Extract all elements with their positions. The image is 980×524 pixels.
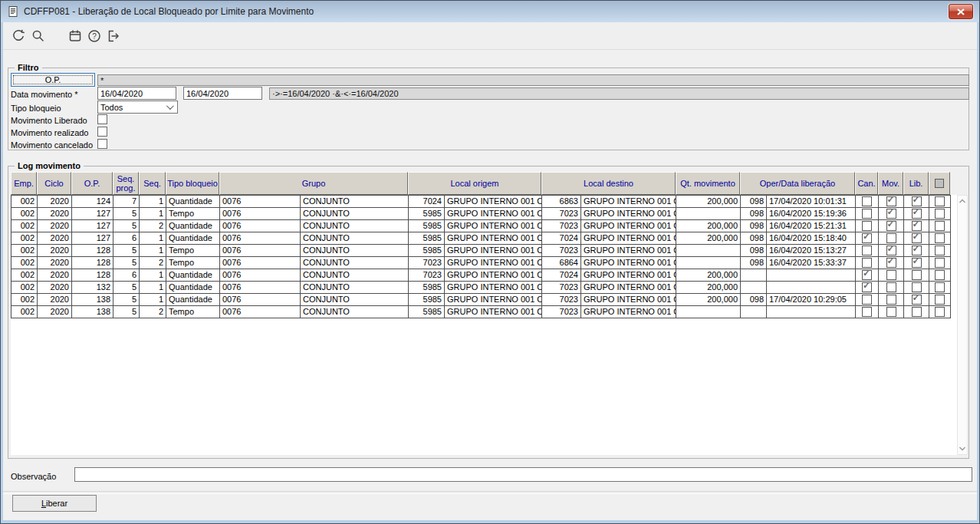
col-header-can[interactable]: Can.	[855, 172, 878, 195]
cell-tipo-bloqueio: Tempo	[166, 245, 220, 256]
table-row[interactable]: 002 2020 127 6 1 Quantidade 0076 CONJUNT…	[12, 232, 951, 245]
table-header: Emp. Ciclo O.P. Seq. prog. Seq. Tipo blo…	[11, 172, 950, 195]
destino-desc: GRUPO INTERNO 001 CO	[580, 208, 676, 219]
date-to-input[interactable]	[183, 87, 262, 100]
oper-code: 098	[741, 294, 766, 305]
data-liberacao	[766, 306, 855, 318]
select-row-checkbox[interactable]	[935, 282, 945, 292]
cell-local-origem: 5985 GRUPO INTERNO 001 CO	[409, 220, 542, 232]
select-row-checkbox[interactable]	[935, 258, 945, 268]
cell-qt-movimento: 200,000	[676, 232, 741, 244]
cell-grupo: 0076 CONJUNTO	[220, 282, 409, 293]
grupo-desc: CONJUNTO	[300, 294, 408, 305]
table-row[interactable]: 002 2020 138 5 2 Tempo 0076 CONJUNTO 598…	[12, 306, 951, 318]
grupo-desc: CONJUNTO	[300, 282, 408, 293]
table-row[interactable]: 002 2020 138 5 1 Quantidade 0076 CONJUNT…	[12, 294, 951, 306]
table-row[interactable]: 002 2020 132 5 1 Quantidade 0076 CONJUNT…	[12, 282, 951, 294]
cell-seq-prog: 5	[113, 245, 140, 256]
select-row-checkbox[interactable]	[935, 295, 945, 305]
col-header-grupo[interactable]: Grupo	[219, 172, 408, 195]
select-row-checkbox[interactable]	[935, 307, 945, 317]
table-row[interactable]: 002 2020 124 7 1 Quantidade 0076 CONJUNT…	[12, 196, 951, 208]
calendar-icon[interactable]	[67, 28, 83, 44]
cell-local-destino: 7023 GRUPO INTERNO 001 CO	[542, 208, 676, 219]
cell-can	[856, 269, 879, 281]
select-row-checkbox[interactable]	[935, 209, 945, 219]
cell-tipo-bloqueio: Quantidade	[166, 269, 220, 281]
close-button[interactable]	[949, 4, 973, 19]
col-header-oper-data[interactable]: Oper/Data liberação	[740, 172, 855, 195]
window-title: CDFFP081 - Liberação de Local Bloqueado …	[24, 6, 314, 17]
lib-checkbox	[912, 209, 922, 219]
data-liberacao: 16/04/2020 15:18:40	[766, 232, 855, 244]
movimento-cancelado-checkbox[interactable]	[97, 139, 107, 149]
observacao-input[interactable]	[74, 467, 972, 482]
col-header-qt-movimento[interactable]: Qt. movimento	[676, 172, 740, 195]
liberar-label-rest: iberar	[46, 499, 67, 508]
table-row[interactable]: 002 2020 127 5 2 Quantidade 0076 CONJUNT…	[12, 220, 951, 232]
undo-icon[interactable]	[11, 28, 26, 44]
col-header-op[interactable]: O.P.	[71, 172, 113, 195]
vertical-scrollbar[interactable]	[957, 195, 968, 455]
select-all-checkbox[interactable]	[935, 179, 944, 188]
origem-code: 5985	[409, 220, 444, 232]
date-from-input[interactable]	[97, 87, 176, 100]
select-row-checkbox[interactable]	[935, 196, 945, 206]
oper-code: 098	[741, 257, 766, 269]
select-row-checkbox[interactable]	[935, 270, 945, 280]
cell-lib	[904, 220, 929, 232]
cell-seq: 1	[140, 245, 166, 256]
op-button[interactable]: O.P.	[11, 73, 95, 87]
select-row-checkbox[interactable]	[935, 221, 945, 231]
cell-seq-prog: 5	[113, 282, 140, 293]
cell-lib	[904, 257, 929, 269]
mov-checkbox	[886, 258, 896, 268]
grupo-code: 0076	[220, 245, 300, 256]
movimento-realizado-checkbox[interactable]	[97, 127, 107, 137]
select-row-checkbox[interactable]	[935, 233, 945, 243]
can-checkbox	[862, 209, 872, 219]
col-header-mov[interactable]: Mov.	[878, 172, 903, 195]
can-checkbox	[862, 295, 872, 305]
cell-local-destino: 7024 GRUPO INTERNO 001 CO	[542, 232, 676, 244]
grupo-desc: CONJUNTO	[300, 269, 408, 281]
col-header-seq[interactable]: Seq.	[139, 172, 166, 195]
cell-qt-movimento: 200,000	[676, 294, 741, 305]
col-header-ciclo[interactable]: Ciclo	[37, 172, 71, 195]
tipo-bloqueio-select[interactable]: Todos	[97, 101, 178, 114]
col-header-seq-prog[interactable]: Seq. prog.	[113, 172, 139, 195]
movimento-liberado-checkbox[interactable]	[97, 114, 107, 124]
destino-desc: GRUPO INTERNO 001 CO	[580, 282, 676, 293]
cell-select	[929, 269, 951, 281]
liberar-button[interactable]: Liberar	[12, 495, 97, 512]
cell-tipo-bloqueio: Tempo	[166, 257, 220, 269]
table-row[interactable]: 002 2020 128 6 1 Quantidade 0076 CONJUNT…	[12, 269, 951, 282]
table-row[interactable]: 002 2020 128 5 2 Tempo 0076 CONJUNTO 702…	[12, 257, 951, 269]
cell-seq-prog: 5	[113, 220, 140, 232]
cell-grupo: 0076 CONJUNTO	[220, 220, 409, 232]
table-row[interactable]: 002 2020 127 5 1 Tempo 0076 CONJUNTO 598…	[12, 208, 951, 220]
cell-seq: 1	[140, 208, 166, 219]
cell-ciclo: 2020	[38, 220, 72, 232]
table-row[interactable]: 002 2020 128 5 1 Tempo 0076 CONJUNTO 598…	[12, 245, 951, 257]
col-header-local-destino[interactable]: Local destino	[541, 172, 676, 195]
col-header-local-origem[interactable]: Local origem	[408, 172, 541, 195]
scroll-up-icon[interactable]	[959, 198, 966, 204]
titlebar: CDFFP081 - Liberação de Local Bloqueado …	[1, 1, 979, 22]
search-icon[interactable]	[31, 28, 46, 44]
help-icon[interactable]: ?	[87, 28, 102, 44]
exit-icon[interactable]	[105, 28, 120, 44]
col-header-tipo-bloqueio[interactable]: Tipo bloqueio	[166, 172, 219, 195]
col-header-lib[interactable]: Lib.	[903, 172, 929, 195]
col-header-emp[interactable]: Emp.	[11, 172, 37, 195]
cell-lib	[904, 282, 929, 293]
select-row-checkbox[interactable]	[935, 246, 945, 255]
scroll-down-icon[interactable]	[959, 446, 966, 452]
cell-seq: 1	[140, 282, 166, 293]
cell-op: 128	[72, 257, 113, 269]
mov-checkbox	[886, 233, 896, 243]
mov-checkbox	[886, 196, 896, 206]
lib-checkbox	[912, 258, 922, 268]
cell-oper-data: 098 17/04/2020 10:01:31	[741, 196, 856, 207]
cell-select	[929, 306, 951, 318]
